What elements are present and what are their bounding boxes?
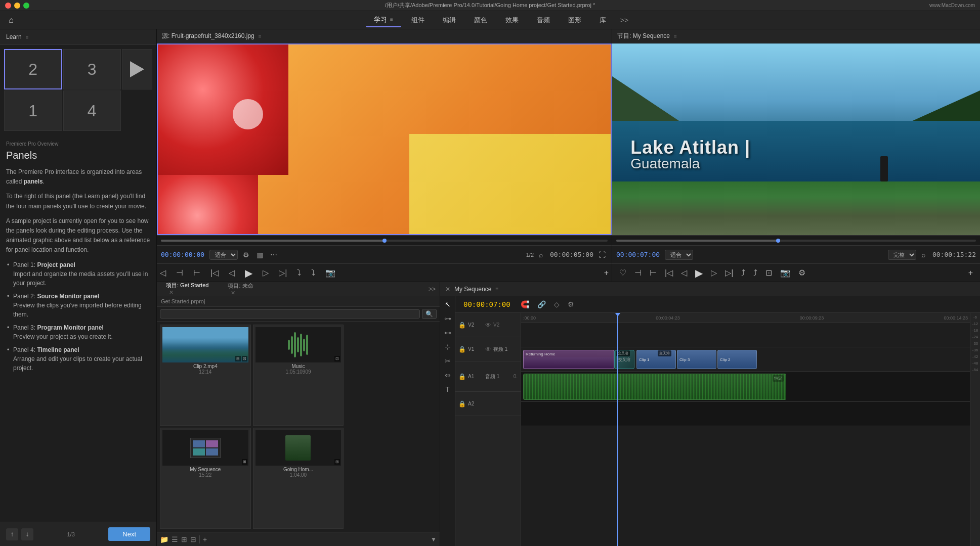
learn-panel-menu[interactable]: ≡	[26, 34, 29, 40]
prog-bookmark[interactable]: ♡	[616, 266, 629, 280]
source-export-btn[interactable]: ▥	[254, 250, 265, 260]
prog-playhead-bar[interactable]	[612, 235, 980, 245]
nav-more-button[interactable]: >>	[616, 16, 632, 24]
source-camera[interactable]: 📷	[322, 266, 338, 280]
prog-step-back[interactable]: |◁	[662, 266, 676, 280]
source-rewind[interactable]: |◁	[207, 266, 222, 280]
tab-project-getstarted[interactable]: 项目: Get Started ✕	[161, 280, 221, 299]
search-input[interactable]	[160, 309, 420, 318]
v1-lock-icon[interactable]: 🔒	[458, 346, 466, 353]
source-playhead-marker[interactable]	[382, 239, 387, 243]
project-item-music[interactable]: ⊡ Music 1:05:10909	[253, 325, 344, 426]
seq-settings-btn[interactable]: ⚙	[566, 299, 576, 309]
thumb-cell-3[interactable]: 3	[63, 49, 121, 89]
prog-play[interactable]: ▶	[692, 265, 706, 281]
seq-menu-icon[interactable]: ≡	[495, 286, 498, 292]
prog-lift[interactable]: ⤴	[738, 266, 748, 280]
maximize-button[interactable]	[23, 3, 29, 9]
proj-icon-view[interactable]: ⊞	[181, 535, 187, 543]
home-button[interactable]: ⌂	[4, 13, 18, 27]
seq-close-icon[interactable]: ✕	[445, 286, 450, 293]
clip-2-timeline[interactable]: Clip 2	[717, 350, 757, 369]
source-step-fwd[interactable]: ▷	[260, 266, 272, 280]
tab-audio[interactable]: 音频	[529, 14, 558, 27]
tool-selection[interactable]: ↖	[442, 298, 454, 310]
thumb-cell-2[interactable]: 2	[4, 49, 62, 89]
prog-ffwd[interactable]: ▷|	[722, 266, 736, 280]
track-v2-content[interactable]	[521, 323, 970, 347]
prog-fit-dropdown[interactable]: 适合	[665, 250, 693, 260]
prog-mark-in[interactable]: ⊣	[631, 266, 645, 280]
v1-eye-icon[interactable]: 👁	[485, 346, 491, 353]
a1-lock-icon[interactable]: 🔒	[458, 373, 466, 380]
seq-linked-btn[interactable]: 🔗	[535, 299, 548, 309]
tab-color[interactable]: 颜色	[466, 14, 495, 27]
source-play[interactable]: ▶	[242, 265, 255, 281]
tool-rate-stretch[interactable]: ⊹	[442, 341, 454, 353]
project-item-goinghome[interactable]: ⊞ Going Hom... 1:04:00	[253, 428, 344, 529]
prog-rewind[interactable]: ◁	[678, 266, 690, 280]
source-ffwd[interactable]: ▷|	[276, 266, 290, 280]
source-mark-out[interactable]: ⊣	[173, 266, 186, 280]
v2-eye-icon[interactable]: 👁	[485, 322, 491, 329]
tab-project2-close[interactable]: ✕	[231, 290, 235, 296]
thumb-cell-1[interactable]: 1	[4, 90, 62, 131]
clip-3[interactable]: Clip 3	[677, 350, 716, 369]
prog-playhead-marker[interactable]	[776, 239, 780, 243]
prog-playhead-track[interactable]	[616, 240, 976, 242]
minimize-button[interactable]	[14, 3, 20, 9]
proj-settings-btn[interactable]: ▼	[431, 536, 437, 543]
source-clip-btn[interactable]: ⋯	[268, 250, 279, 260]
next-button[interactable]: Next	[108, 527, 150, 541]
tool-rolling[interactable]: ⊷	[442, 327, 454, 339]
project-tabs-overflow[interactable]: >>	[429, 286, 436, 293]
tab-edit[interactable]: 编辑	[435, 14, 464, 27]
clip-returning-home[interactable]: Returning Home	[523, 350, 614, 369]
prog-add[interactable]: +	[965, 266, 976, 280]
source-playhead-bar[interactable]	[157, 235, 612, 245]
source-settings-btn[interactable]: ⚙	[241, 250, 251, 260]
proj-new-item[interactable]: +	[203, 535, 207, 543]
tool-slip[interactable]: ⇔	[442, 369, 454, 381]
seq-markers-btn[interactable]: ◇	[552, 299, 562, 309]
source-playhead-track[interactable]	[161, 240, 608, 242]
track-a2-content[interactable]	[521, 402, 970, 426]
source-zoom-btn[interactable]: ⌕	[537, 250, 545, 260]
project-item-clip2[interactable]: ⊞ ⊡ Clip 2.mp4 12:14	[160, 325, 251, 426]
prog-camera[interactable]: 📷	[777, 266, 793, 280]
timeline-playhead[interactable]	[617, 313, 618, 546]
tool-razor[interactable]: ✂	[442, 355, 454, 367]
prog-mark-out[interactable]: ⊢	[647, 266, 660, 280]
track-v1-content[interactable]: Returning Home 交叉溶	[521, 347, 970, 372]
source-step-back[interactable]: ◁	[226, 266, 238, 280]
a2-lock-icon[interactable]: 🔒	[458, 400, 466, 407]
thumb-cell-4[interactable]: 4	[63, 90, 121, 131]
tool-ripple[interactable]: ⊶	[442, 312, 454, 325]
source-mark-in[interactable]: ◁	[157, 266, 169, 280]
timeline-ruler[interactable]: :00:00 00:00:04:23 00:00:09:23 00:00:14:…	[521, 313, 970, 323]
source-overlay[interactable]: ⤵	[308, 266, 318, 280]
tab-library[interactable]: 库	[591, 14, 614, 27]
tab-learn[interactable]: 学习 ≡	[366, 13, 401, 27]
track-a1-content[interactable]: 恒定	[521, 372, 970, 402]
prog-trim[interactable]: ⊡	[762, 266, 775, 280]
seq-snap-btn[interactable]: 🧲	[519, 299, 531, 309]
tab-graphics[interactable]: 图形	[560, 14, 589, 27]
proj-list-view[interactable]: ☰	[172, 535, 178, 543]
prev-arrow-button[interactable]: ↑	[6, 528, 18, 540]
source-insert[interactable]: ⤵	[294, 266, 304, 280]
search-button[interactable]: 🔍	[422, 309, 437, 319]
prog-extract[interactable]: ⤴	[750, 266, 760, 280]
project-item-sequence[interactable]: ⊞ My Sequence 15:22	[160, 428, 251, 529]
source-add[interactable]: +	[601, 266, 612, 280]
source-fit-dropdown[interactable]: 适合	[209, 250, 238, 260]
proj-freeform-view[interactable]: ⊟	[190, 535, 196, 543]
prog-complete-dropdown[interactable]: 完整	[888, 250, 916, 260]
source-fullscreen-btn[interactable]: ⛶	[596, 250, 608, 260]
window-controls[interactable]	[5, 3, 29, 9]
tab-project-close[interactable]: ✕	[169, 289, 174, 295]
prog-step-fwd[interactable]: ▷	[708, 266, 720, 280]
program-monitor-menu[interactable]: ≡	[674, 33, 677, 39]
prog-settings2[interactable]: ⚙	[795, 266, 808, 280]
tab-effects[interactable]: 效果	[497, 14, 527, 27]
